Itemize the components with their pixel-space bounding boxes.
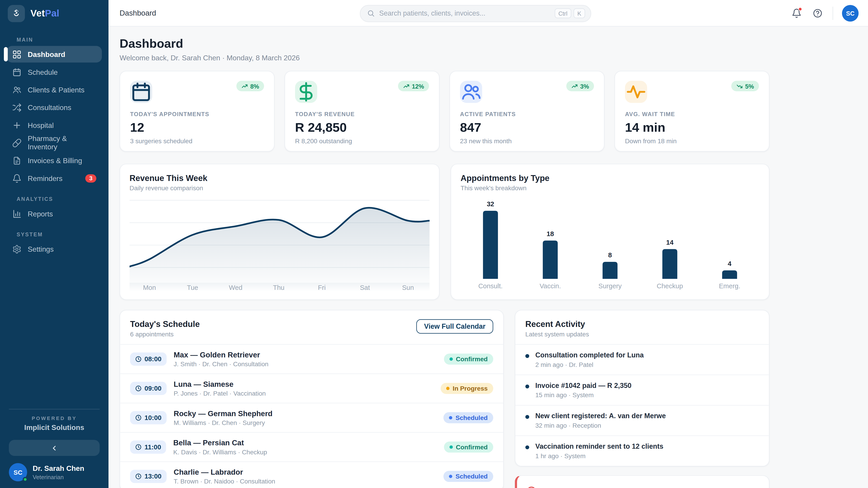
status-dot: [446, 387, 450, 390]
sidebar-item-dashboard[interactable]: Dashboard: [6, 46, 102, 62]
appointments-bar-chart: 32Consult.18Vaccin.8Surgery14Checkup4Eme…: [461, 196, 760, 291]
stat-card-header: 3%: [460, 81, 594, 103]
trend-value: 8%: [250, 83, 259, 89]
stat-label: AVG. WAIT TIME: [625, 111, 759, 117]
schedule-row[interactable]: 13:00 Charlie — Labrador T. Brown · Dr. …: [120, 461, 503, 488]
appointment-time: 09:00: [130, 382, 166, 395]
dashboard-content: Dashboard Welcome back, Dr. Sarah Chen ·…: [108, 27, 770, 488]
trend-badge: 5%: [731, 81, 759, 92]
svg-text:Fri: Fri: [318, 284, 326, 291]
stat-label: TODAY'S REVENUE: [295, 111, 429, 117]
sidebar-item-settings[interactable]: Settings: [6, 240, 102, 257]
gear-icon: [12, 244, 22, 254]
pill-icon: [12, 138, 22, 148]
global-search: Ctrl K: [360, 5, 591, 22]
activity-bullet: [525, 354, 529, 358]
pulse-icon: [625, 81, 647, 103]
stat-value: 12: [130, 120, 264, 135]
sidebar-item-hospital[interactable]: Hospital: [6, 117, 102, 133]
calendar-icon: [12, 67, 22, 77]
stat-label: TODAY'S APPOINTMENTS: [130, 111, 264, 117]
activity-item: Consultation completed for Luna 2 min ag…: [515, 344, 769, 375]
appointment-meta: P. Jones · Dr. Patel · Vaccination: [174, 390, 266, 397]
stat-card-header: 8%: [130, 81, 264, 103]
stat-card-avg-wait-time: 5% AVG. WAIT TIME 14 min Down from 18 mi…: [614, 71, 770, 152]
user-role: Veterinarian: [33, 474, 84, 480]
patient-name: Rocky — German Shepherd: [174, 410, 272, 418]
appointments-chart-title: Appointments by Type: [461, 173, 760, 183]
main-area: Dashboard Ctrl K: [108, 0, 868, 488]
schedule-row[interactable]: 10:00 Rocky — German Shepherd M. William…: [120, 403, 503, 432]
bell-icon: [12, 173, 22, 183]
activity-header: Recent Activity Latest system updates: [515, 311, 769, 344]
sidebar-item-invoices-billing[interactable]: Invoices & Billing: [6, 152, 102, 168]
sidebar-item-label: Clients & Patients: [28, 86, 84, 94]
stat-cards-row: 8% TODAY'S APPOINTMENTS 12 3 surgeries s…: [120, 71, 770, 152]
svg-text:Wed: Wed: [229, 284, 243, 291]
activity-item-title: New client registered: A. van der Merwe: [535, 412, 666, 420]
svg-text:32: 32: [487, 200, 494, 207]
status-badge: In Progress: [440, 383, 493, 394]
notification-dot: [798, 7, 802, 11]
stat-card-active-patients: 3% ACTIVE PATIENTS 847 23 new this month: [450, 71, 604, 152]
activity-item-title: Invoice #1042 paid — R 2,350: [535, 382, 631, 390]
sidebar-item-reports[interactable]: Reports: [6, 205, 102, 222]
collapse-sidebar-button[interactable]: [9, 440, 100, 456]
nav-section-label: SYSTEM: [17, 231, 108, 237]
alert-circle-icon: [526, 486, 537, 488]
sidebar-item-clients-patients[interactable]: Clients & Patients: [6, 81, 102, 98]
appointments-chart-card: Appointments by Type This week's breakdo…: [451, 164, 770, 300]
clock-icon: [135, 414, 142, 421]
calendar-icon: [130, 81, 152, 103]
sidebar-item-label: Reports: [28, 209, 53, 218]
sidebar-item-label: Reminders: [28, 174, 62, 182]
sidebar: VetPal MAINDashboardScheduleClients & Pa…: [0, 0, 108, 488]
sidebar-spacer: [0, 258, 108, 409]
trend-value: 3%: [580, 83, 589, 89]
status-badge: Scheduled: [443, 471, 493, 482]
sidebar-item-pharmacy-inventory[interactable]: Pharmacy & Inventory: [6, 134, 102, 151]
schedule-header: Today's Schedule 6 appointments View Ful…: [120, 311, 503, 344]
stat-subtext: R 8,200 outstanding: [295, 138, 429, 144]
brand: VetPal: [0, 0, 108, 27]
activity-item: Vaccination reminder sent to 12 clients …: [515, 435, 769, 466]
stat-value: 14 min: [625, 120, 759, 135]
active-indicator: [4, 47, 8, 61]
sidebar-item-schedule[interactable]: Schedule: [6, 64, 102, 80]
help-button[interactable]: [811, 7, 824, 20]
revenue-chart-subtitle: Daily revenue comparison: [129, 185, 430, 191]
activity-item-title: Consultation completed for Luna: [535, 351, 644, 359]
todays-schedule-card: Today's Schedule 6 appointments View Ful…: [120, 310, 504, 488]
k-keycap: K: [574, 8, 585, 18]
trend-value: 5%: [745, 83, 754, 89]
sidebar-item-label: Schedule: [28, 68, 58, 76]
page-title: Dashboard: [120, 37, 770, 51]
search-input[interactable]: [379, 9, 553, 17]
sidebar-item-label: Hospital: [28, 121, 54, 129]
status-badge: Confirmed: [444, 442, 493, 453]
schedule-count: 6 appointments: [130, 331, 200, 337]
online-status-dot: [23, 477, 28, 482]
user-profile[interactable]: SC Dr. Sarah Chen Veterinarian: [9, 463, 100, 482]
stat-value: R 24,850: [295, 120, 429, 135]
clock-icon: [135, 444, 142, 450]
schedule-row[interactable]: 11:00 Bella — Persian Cat K. Davis · Dr.…: [120, 432, 503, 462]
appointment-time: 11:00: [130, 440, 166, 454]
trend-down-icon: [736, 83, 743, 89]
user-avatar-button[interactable]: SC: [842, 5, 859, 22]
appointment-info: Bella — Persian Cat K. Davis · Dr. Willi…: [174, 439, 267, 455]
sidebar-item-reminders[interactable]: Reminders3: [6, 170, 102, 186]
status-dot: [449, 416, 452, 420]
sidebar-item-consultations[interactable]: Consultations: [6, 99, 102, 116]
chevron-left-icon: [51, 444, 58, 452]
grid-icon: [12, 50, 22, 59]
notifications-button[interactable]: [790, 7, 803, 20]
view-full-calendar-button[interactable]: View Full Calendar: [416, 319, 493, 334]
recent-activity-card: Recent Activity Latest system updates Co…: [515, 310, 770, 466]
trend-badge: 3%: [566, 81, 594, 92]
stat-card-header: 12%: [295, 81, 429, 103]
dollar-icon: [295, 81, 317, 103]
schedule-row[interactable]: 09:00 Luna — Siamese P. Jones · Dr. Pate…: [120, 373, 503, 403]
schedule-row[interactable]: 08:00 Max — Golden Retriever J. Smith · …: [120, 344, 503, 373]
trend-up-icon: [241, 83, 248, 89]
